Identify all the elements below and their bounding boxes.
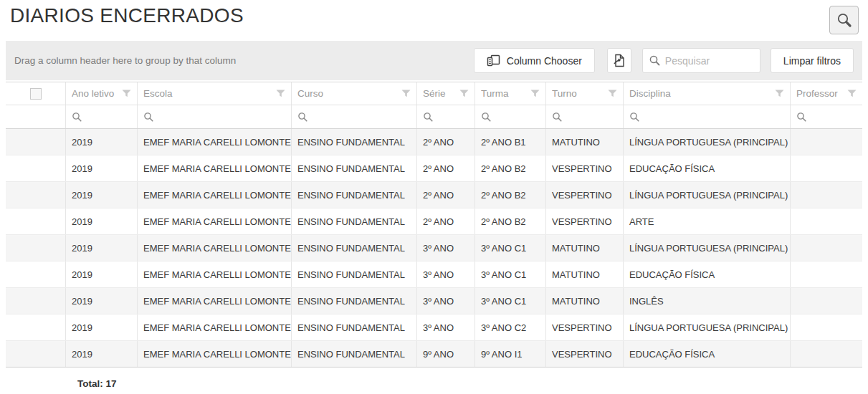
cell-serie: 2º ANO (417, 182, 475, 208)
filter-funnel-icon[interactable] (276, 90, 285, 97)
table-row[interactable]: 2019 EMEF MARIA CARELLI LOMONTE ENSINO F… (6, 155, 862, 182)
table-row[interactable]: 2019 EMEF MARIA CARELLI LOMONTE ENSINO F… (6, 208, 862, 235)
filter-funnel-icon[interactable] (775, 90, 784, 97)
filter-cell-disciplina[interactable] (624, 105, 791, 128)
filter-funnel-icon[interactable] (122, 90, 131, 97)
cell-escola: EMEF MARIA CARELLI LOMONTE (138, 341, 292, 367)
cell-turno: VESPERTINO (546, 208, 624, 234)
table-row[interactable]: 2019 EMEF MARIA CARELLI LOMONTE ENSINO F… (6, 314, 862, 341)
cell-ano-letivo: 2019 (66, 208, 138, 234)
filter-funnel-icon[interactable] (847, 90, 857, 97)
cell-turma: 2º ANO B2 (475, 208, 546, 234)
cell-escola: EMEF MARIA CARELLI LOMONTE (138, 314, 292, 340)
cell-serie: 9º ANO (417, 341, 475, 367)
cell-disciplina: LÍNGUA PORTUGUESA (PRINCIPAL) (624, 182, 791, 208)
cell-disciplina: EDUCAÇÃO FÍSICA (624, 155, 791, 181)
cell-turma: 3º ANO C1 (475, 288, 546, 314)
cell-ano-letivo: 2019 (66, 288, 138, 314)
cell-ano-letivo: 2019 (66, 341, 138, 367)
table-row[interactable]: 2019 EMEF MARIA CARELLI LOMONTE ENSINO F… (6, 235, 862, 261)
filter-cell-professor[interactable] (791, 105, 862, 128)
filter-funnel-icon[interactable] (530, 90, 540, 97)
cell-ano-letivo: 2019 (66, 235, 138, 261)
filter-funnel-icon[interactable] (608, 90, 617, 97)
filter-cell-serie[interactable] (417, 105, 475, 128)
cell-ano-letivo: 2019 (66, 261, 138, 287)
filter-funnel-icon[interactable] (459, 90, 469, 97)
export-button[interactable] (607, 48, 631, 73)
cell-turno: MATUTINO (546, 261, 624, 287)
filter-cell-ano-letivo[interactable] (66, 105, 138, 128)
cell-disciplina: EDUCAÇÃO FÍSICA (624, 261, 791, 287)
cell-professor (791, 235, 862, 261)
cell-turma: 2º ANO B2 (475, 155, 546, 181)
table-row[interactable]: 2019 EMEF MARIA CARELLI LOMONTE ENSINO F… (6, 182, 862, 208)
cell-turno: MATUTINO (546, 288, 624, 314)
cell-serie: 2º ANO (417, 155, 475, 181)
cell-turno: VESPERTINO (546, 155, 624, 181)
cell-curso: ENSINO FUNDAMENTAL (292, 341, 417, 367)
cell-professor (791, 288, 862, 314)
row-select-cell (6, 155, 66, 181)
column-header-curso[interactable]: Curso (292, 82, 417, 105)
table-row[interactable]: 2019 EMEF MARIA CARELLI LOMONTE ENSINO F… (6, 341, 862, 367)
cell-turma: 2º ANO B2 (475, 182, 546, 208)
cell-turma: 3º ANO C2 (475, 314, 546, 340)
filter-funnel-icon[interactable] (401, 90, 411, 97)
table-row[interactable]: 2019 EMEF MARIA CARELLI LOMONTE ENSINO F… (6, 129, 862, 155)
row-select-cell (6, 235, 66, 261)
grid-body: 2019 EMEF MARIA CARELLI LOMONTE ENSINO F… (6, 129, 862, 367)
grid-toolbar: Drag a column header here to group by th… (6, 41, 862, 80)
cell-escola: EMEF MARIA CARELLI LOMONTE (138, 129, 292, 155)
table-row[interactable]: 2019 EMEF MARIA CARELLI LOMONTE ENSINO F… (6, 288, 862, 314)
filter-cell-turno[interactable] (546, 105, 624, 128)
grid-filter-row (6, 105, 862, 129)
cell-disciplina: LÍNGUA PORTUGUESA (PRINCIPAL) (624, 235, 791, 261)
cell-escola: EMEF MARIA CARELLI LOMONTE (138, 235, 292, 261)
cell-ano-letivo: 2019 (66, 314, 138, 340)
search-icon (649, 54, 661, 67)
cell-serie: 3º ANO (417, 261, 475, 287)
table-row[interactable]: 2019 EMEF MARIA CARELLI LOMONTE ENSINO F… (6, 261, 862, 288)
cell-serie: 3º ANO (417, 288, 475, 314)
select-all-checkbox[interactable] (30, 88, 42, 100)
row-select-cell (6, 314, 66, 340)
cell-escola: EMEF MARIA CARELLI LOMONTE (138, 261, 292, 287)
cell-serie: 3º ANO (417, 235, 475, 261)
cell-turma: 3º ANO C1 (475, 261, 546, 287)
cell-disciplina: EDUCAÇÃO FÍSICA (624, 341, 791, 367)
row-select-cell (6, 261, 66, 287)
cell-turma: 3º ANO C1 (475, 235, 546, 261)
cell-curso: ENSINO FUNDAMENTAL (292, 314, 417, 340)
cell-curso: ENSINO FUNDAMENTAL (292, 235, 417, 261)
filter-cell-curso[interactable] (292, 105, 417, 128)
search-input[interactable] (665, 55, 754, 67)
cell-ano-letivo: 2019 (66, 155, 138, 181)
cell-turno: MATUTINO (546, 129, 624, 155)
column-header-disciplina[interactable]: Disciplina (624, 82, 791, 105)
clear-filters-button[interactable]: Limpar filtros (771, 48, 854, 73)
filter-cell-escola[interactable] (138, 105, 292, 128)
column-header-turma[interactable]: Turma (475, 82, 546, 105)
column-header-ano-letivo[interactable]: Ano letivo (66, 82, 138, 105)
cell-disciplina: LÍNGUA PORTUGUESA (PRINCIPAL) (624, 314, 791, 340)
cell-disciplina: INGLÊS (624, 288, 791, 314)
row-select-cell (6, 288, 66, 314)
cell-professor (791, 341, 862, 367)
cell-ano-letivo: 2019 (66, 129, 138, 155)
row-select-cell (6, 341, 66, 367)
column-header-professor[interactable]: Professor (791, 82, 862, 105)
cell-escola: EMEF MARIA CARELLI LOMONTE (138, 288, 292, 314)
page-title: DIARIOS ENCERRADOS (10, 4, 244, 27)
filter-cell-turma[interactable] (475, 105, 546, 128)
cell-serie: 2º ANO (417, 129, 475, 155)
cell-serie: 3º ANO (417, 314, 475, 340)
column-header-turno[interactable]: Turno (546, 82, 624, 105)
search-panel-toggle-button[interactable] (829, 6, 859, 34)
cell-ano-letivo: 2019 (66, 182, 138, 208)
column-chooser-button[interactable]: Column Chooser (474, 48, 595, 73)
cell-professor (791, 182, 862, 208)
row-select-cell (6, 129, 66, 155)
column-header-escola[interactable]: Escola (138, 82, 292, 105)
column-header-serie[interactable]: Série (417, 82, 475, 105)
